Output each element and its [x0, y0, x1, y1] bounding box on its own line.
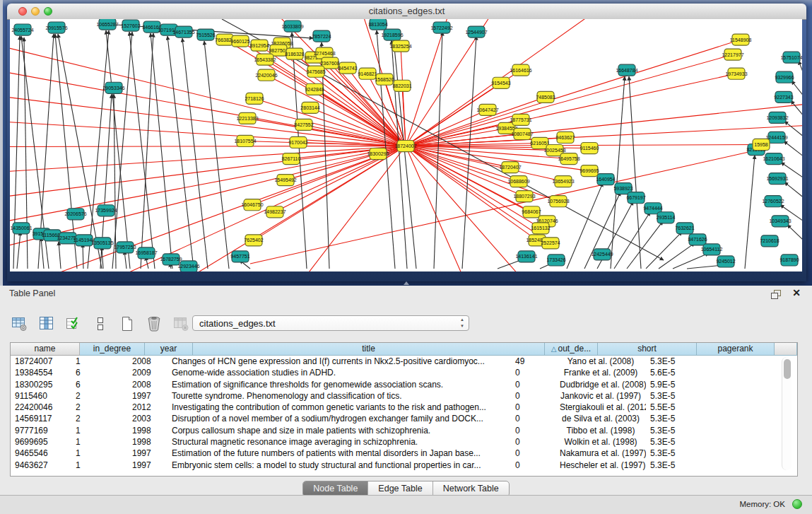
network-node[interactable]: 19218596 — [381, 29, 403, 40]
table-cell[interactable]: 2003 — [128, 413, 167, 424]
table-cell[interactable]: 0 — [511, 379, 555, 390]
table-cell[interactable]: Changes of HCN gene expression and I(f) … — [167, 356, 511, 367]
network-node[interactable]: 8471626 — [688, 234, 707, 245]
network-node[interactable]: 22420046 — [255, 69, 277, 81]
table-cell[interactable]: 5.3E-5 — [646, 425, 715, 436]
citation-edge-black[interactable] — [151, 33, 172, 269]
column-header-in_degree[interactable]: in_degree — [80, 343, 145, 356]
network-node[interactable]: 18325254 — [389, 40, 411, 52]
network-node[interactable]: 29053346 — [102, 82, 124, 93]
network-node[interactable]: 12923446 — [177, 261, 199, 271]
network-node[interactable]: 9227343 — [774, 91, 793, 103]
table-cell[interactable]: 1 — [71, 448, 128, 459]
vertical-scrollbar[interactable] — [782, 357, 792, 470]
table-row[interactable]: 911546021997Tourette syndrome. Phenomeno… — [11, 390, 797, 402]
table-cell[interactable]: 6 — [71, 367, 128, 378]
table-cell[interactable]: 19384554 — [11, 367, 71, 378]
network-node[interactable]: 9329966 — [775, 71, 794, 83]
table-cell[interactable]: 9115460 — [11, 390, 71, 402]
table-cell[interactable]: 2008 — [128, 379, 167, 390]
network-node[interactable]: 9699695 — [579, 165, 599, 177]
new-table-icon[interactable] — [117, 314, 137, 334]
table-row[interactable]: 977716911998Corpus callosum shape and si… — [11, 425, 797, 436]
citation-edge-black[interactable] — [659, 243, 695, 269]
table-cell[interactable]: Wolkin et al. (1998) — [555, 436, 646, 448]
network-node[interactable]: 1568520 — [375, 74, 394, 85]
network-node[interactable]: 10756928 — [547, 196, 569, 207]
network-node[interactable]: 9457751 — [230, 251, 249, 262]
citation-edge-black[interactable] — [787, 225, 802, 243]
table-cell[interactable]: 5.3E-5 — [646, 356, 715, 367]
splitter-grip-icon[interactable] — [404, 281, 409, 285]
network-node[interactable]: 18724007 — [394, 140, 416, 151]
column-header-short[interactable]: short — [598, 343, 697, 356]
network-node[interactable]: 24055724 — [11, 24, 33, 35]
table-row[interactable]: 2242004622012Investigating the contribut… — [11, 402, 797, 413]
network-node[interactable]: 12425449 — [591, 249, 613, 260]
column-edit-icon[interactable] — [37, 314, 57, 334]
citation-edge-black[interactable] — [204, 41, 229, 269]
network-node[interactable]: 18107554 — [234, 135, 256, 146]
table-cell[interactable]: 5.3E-5 — [646, 436, 715, 448]
network-node[interactable]: 10807487 — [511, 128, 533, 139]
float-panel-icon[interactable] — [771, 289, 781, 298]
citation-edge-black[interactable] — [627, 221, 663, 269]
table-row[interactable]: 946554611997Estimation of the future num… — [11, 448, 797, 459]
table-cell[interactable]: 5.3E-5 — [646, 390, 715, 402]
network-node[interactable]: 8912954 — [249, 40, 269, 51]
network-node[interactable]: 2522574 — [541, 238, 560, 249]
network-node[interactable]: 15692931 — [766, 173, 788, 185]
network-node[interactable]: 9245012 — [716, 256, 735, 267]
table-cell[interactable]: 0 — [511, 425, 555, 436]
table-cell[interactable]: 0 — [511, 367, 555, 378]
network-node[interactable]: 9242848 — [305, 83, 324, 95]
citation-edge-black[interactable] — [614, 212, 650, 269]
network-node[interactable]: 10655287 — [96, 19, 118, 30]
network-node[interactable]: 10647427 — [476, 104, 498, 115]
table-cell[interactable]: 0 — [511, 413, 555, 424]
table-cell[interactable]: 0 — [511, 436, 555, 448]
table-cell[interactable]: 1 — [71, 425, 128, 436]
network-node[interactable]: 7625402 — [244, 235, 263, 246]
network-node[interactable]: 17359924 — [95, 205, 117, 216]
table-row[interactable]: 946362711997Embryonic stem cells: a mode… — [11, 460, 797, 471]
tab-network-table[interactable]: Network Table — [433, 481, 509, 496]
table-cell[interactable]: Nakamura et al. (1997) — [555, 448, 646, 459]
network-node[interactable]: 7857224 — [312, 30, 331, 42]
table-cell[interactable]: Estimation of significance thresholds fo… — [167, 379, 511, 390]
rows-icon[interactable] — [90, 314, 110, 334]
network-node[interactable]: 20206576 — [64, 209, 86, 220]
network-node[interactable]: 2718126 — [245, 93, 264, 104]
citation-edge-black[interactable] — [292, 33, 307, 269]
network-node[interactable]: 18807293 — [513, 191, 535, 202]
network-node[interactable]: 20915576 — [45, 22, 67, 33]
table-cell[interactable]: Disruption of a novel member of a sodium… — [167, 413, 511, 424]
citation-edge-black[interactable] — [17, 232, 20, 269]
citation-edge-red[interactable] — [401, 46, 406, 146]
network-node[interactable]: 9463627 — [555, 132, 575, 143]
network-node[interactable]: 7632621 — [675, 223, 694, 234]
table-cell[interactable]: Structural magnetic resonance image aver… — [167, 436, 511, 448]
citation-edge-black[interactable] — [799, 61, 802, 78]
table-cell[interactable]: Yano et al. (2008) — [555, 356, 646, 367]
table-cell[interactable]: Stergiakouli et al. (2012) — [555, 402, 646, 413]
column-header-name[interactable]: name — [11, 343, 80, 356]
table-cell[interactable]: Estimation of the future numbers of pati… — [167, 448, 511, 459]
network-node[interactable]: 12213383 — [236, 112, 258, 124]
column-header-year[interactable]: year — [145, 343, 193, 356]
table-cell[interactable]: 0 — [511, 460, 555, 471]
network-node[interactable]: 7485083 — [536, 91, 555, 103]
table-cell[interactable]: 5.3E-5 — [646, 413, 715, 424]
column-header-out_de[interactable]: △out_de... — [545, 343, 598, 356]
table-cell[interactable]: de Silva et al. (2003) — [555, 413, 646, 424]
network-node[interactable]: 1640954 — [596, 174, 615, 185]
citation-edge-red[interactable] — [406, 40, 741, 146]
table-row[interactable]: 1872400712008Changes of HCN gene express… — [11, 356, 797, 367]
table-cell[interactable]: 9465546 — [11, 448, 71, 459]
combo-stepper-icon[interactable]: ▲▼ — [460, 317, 464, 329]
table-cell[interactable]: 2008 — [128, 356, 167, 367]
network-node[interactable]: 7210618 — [760, 235, 779, 247]
citation-edge-red[interactable] — [123, 146, 406, 271]
citation-edge-black[interactable] — [791, 100, 802, 118]
network-node[interactable]: 12760522 — [762, 196, 784, 207]
